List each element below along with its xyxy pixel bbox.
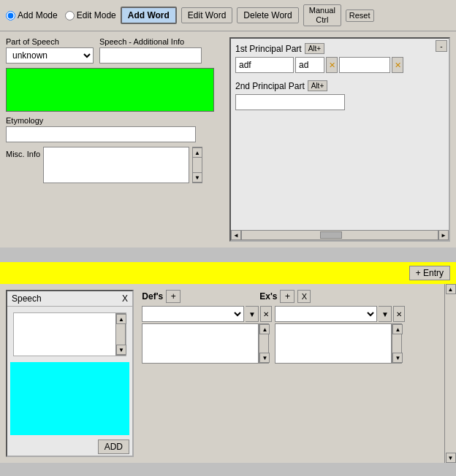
add-mode-radio[interactable] [6, 11, 15, 20]
defs-exs-panel: Def's + Ex's + X ▼ ✕ [142, 290, 434, 364]
pp1-inputs: ✕ ✕ [235, 57, 444, 73]
exs-textarea[interactable] [275, 323, 392, 364]
pos-row: Part of Speech unknown Speech - Addition… [6, 37, 225, 64]
defs-textarea-wrap: ▲ ▼ [142, 323, 272, 364]
speech-box: Speech X ▲ ▼ ADD [6, 290, 134, 457]
pp1-alt-badge: Alt+ [305, 43, 325, 54]
pp2-header: 2nd Principal Part Alt+ [235, 80, 444, 91]
speech-box-close[interactable]: X [122, 293, 128, 304]
defs-select[interactable] [142, 306, 244, 322]
speech-list-wrapper: ▲ ▼ [10, 310, 129, 359]
defs-dropdown-arrow[interactable]: ▼ [246, 306, 259, 322]
defs-textarea-scrollbar: ▲ ▼ [259, 323, 269, 364]
exs-dropdown-arrow[interactable]: ▼ [379, 306, 392, 322]
h-scroll-left[interactable]: ◄ [231, 230, 241, 240]
h-scrollbar-thumb[interactable] [320, 231, 342, 239]
exs-textarea-wrap: ▲ ▼ [275, 323, 405, 364]
defs-label: Def's [142, 291, 163, 302]
defs-plus-btn[interactable]: + [166, 290, 180, 303]
section-gap [0, 247, 456, 262]
misc-label: Misc. Info [6, 147, 40, 158]
speech-box-header: Speech X [7, 291, 132, 307]
exs-select[interactable] [275, 306, 377, 322]
speech-list-scrollbar: ▲ ▼ [115, 313, 126, 356]
defs-scroll-up[interactable]: ▲ [259, 324, 270, 334]
misc-textarea[interactable] [43, 147, 189, 183]
left-panel: Part of Speech unknown Speech - Addition… [6, 37, 225, 242]
pp1-header: 1st Principal Part Alt+ [235, 43, 444, 54]
yellow-bar: + Entry [0, 262, 456, 284]
misc-scroll-down[interactable]: ▼ [192, 172, 202, 183]
edit-mode-radio[interactable] [65, 11, 75, 20]
h-scroll-right[interactable]: ► [438, 230, 449, 240]
pp2-input[interactable] [235, 94, 345, 110]
add-button[interactable]: ADD [98, 439, 129, 454]
etym-input[interactable] [6, 126, 196, 142]
pp1-input-1[interactable] [235, 57, 294, 73]
delete-word-button[interactable]: Delete Word [237, 7, 298, 23]
pp1-x-btn-2[interactable]: ✕ [392, 57, 403, 73]
pos-select[interactable]: unknown [6, 47, 94, 64]
mode-radio-group: Add Mode Edit Mode [6, 10, 116, 20]
defs-select-row: ▼ ✕ [142, 306, 272, 322]
add-mode-text: Add Mode [18, 10, 58, 20]
misc-scrollbar: ▲ ▼ [192, 147, 202, 183]
exs-plus-btn[interactable]: + [280, 290, 294, 303]
exs-scroll-down[interactable]: ▼ [392, 353, 403, 363]
speech-list-scroll-down[interactable]: ▼ [116, 345, 126, 355]
exs-label: Ex's [259, 291, 277, 302]
manual-ctrl-button[interactable]: Manual Ctrl [303, 4, 341, 26]
defs-textarea[interactable] [142, 323, 259, 364]
add-btn-row: ADD [7, 438, 132, 456]
speech-additional-label: Speech - Additional Info [99, 37, 202, 46]
add-mode-label[interactable]: Add Mode [6, 10, 58, 20]
bottom-scroll-down[interactable]: ▼ [446, 453, 456, 463]
reset-button[interactable]: Reset [346, 9, 374, 22]
pos-group: Part of Speech unknown [6, 37, 94, 64]
defs-x-btn[interactable]: ✕ [260, 306, 272, 322]
toolbar: Add Mode Edit Mode Add Word Edit Word De… [0, 0, 456, 31]
pp2-section: 2nd Principal Part Alt+ [235, 80, 444, 110]
defs-col: ▼ ✕ ▲ ▼ [142, 306, 272, 364]
bottom-section: Speech X ▲ ▼ ADD Def's + Ex's + [0, 284, 456, 463]
pos-select-wrap: unknown [6, 47, 94, 64]
defs-scroll-down[interactable]: ▼ [259, 353, 270, 363]
etym-label: Etymology [6, 116, 225, 125]
misc-scroll-up[interactable]: ▲ [192, 147, 202, 158]
speech-additional-group: Speech - Additional Info [99, 37, 202, 64]
exs-select-row: ▼ ✕ [275, 306, 405, 322]
pp1-label: 1st Principal Part [235, 44, 302, 54]
green-color-box [6, 68, 214, 112]
h-scrollbar-row: ◄ ► [231, 230, 449, 240]
pp1-section: 1st Principal Part Alt+ ✕ ✕ [235, 43, 444, 73]
speech-list-area: ▲ ▼ [13, 312, 126, 356]
pp1-input-2[interactable] [295, 57, 324, 73]
exs-close-btn[interactable]: X [297, 290, 311, 303]
pp2-label: 2nd Principal Part [235, 81, 305, 91]
speech-box-title-text: Speech [12, 293, 42, 304]
exs-textarea-scrollbar: ▲ ▼ [392, 323, 402, 364]
pp1-input-3[interactable] [339, 57, 390, 73]
pp1-x-btn-1[interactable]: ✕ [326, 57, 338, 73]
edit-mode-label[interactable]: Edit Mode [65, 10, 116, 20]
edit-mode-text: Edit Mode [77, 10, 116, 20]
defs-header-row: Def's + Ex's + X [142, 290, 434, 303]
speech-additional-input[interactable] [99, 47, 202, 64]
bottom-scrollbar: ▲ ▼ [444, 284, 456, 463]
cyan-box [10, 362, 129, 435]
entry-button[interactable]: + Entry [409, 266, 450, 280]
pos-label: Part of Speech [6, 37, 94, 46]
add-word-button[interactable]: Add Word [121, 7, 177, 24]
speech-list-scroll-up[interactable]: ▲ [116, 314, 126, 324]
main-panel: Part of Speech unknown Speech - Addition… [0, 31, 456, 247]
pp2-alt-badge: Alt+ [308, 80, 328, 91]
right-panel: - 1st Principal Part Alt+ ✕ ✕ 2nd Princi… [229, 37, 450, 242]
h-scrollbar-track [241, 230, 438, 240]
right-scroll-up-btn[interactable]: - [436, 40, 447, 52]
exs-x-btn[interactable]: ✕ [393, 306, 405, 322]
exs-scroll-up[interactable]: ▲ [392, 324, 403, 334]
pp2-inputs [235, 94, 444, 110]
misc-row: Misc. Info ▲ ▼ [6, 147, 225, 185]
edit-word-button[interactable]: Edit Word [181, 7, 232, 23]
bottom-scroll-up[interactable]: ▲ [446, 284, 456, 294]
